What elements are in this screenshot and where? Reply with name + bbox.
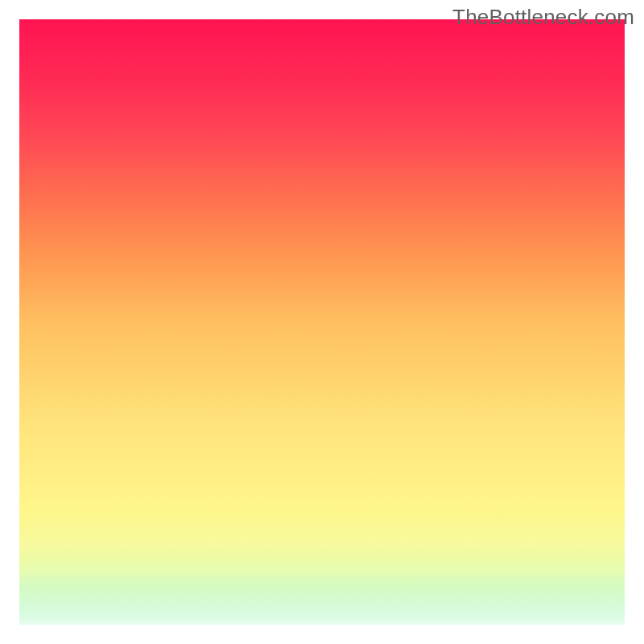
chart-area [19, 19, 625, 625]
bottom-glow [19, 512, 625, 625]
watermark-text: TheBottleneck.com [452, 5, 634, 30]
